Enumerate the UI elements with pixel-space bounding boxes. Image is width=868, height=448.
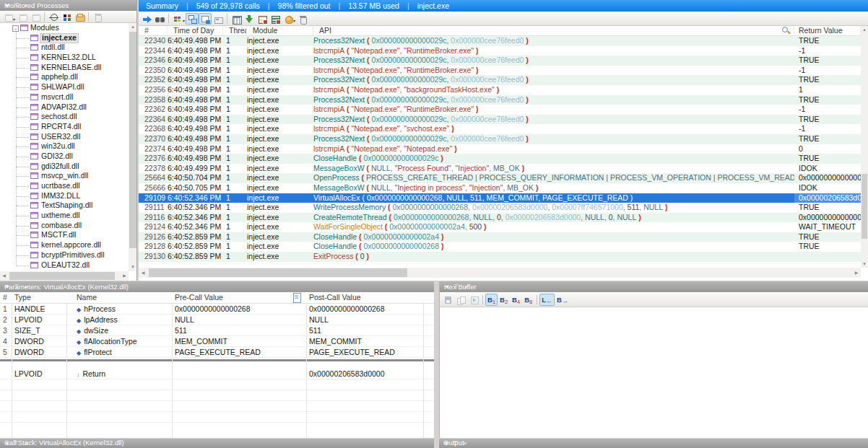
api-call-row[interactable]: 256646:40:50.704 PM1inject.exeOpenProces…	[139, 173, 861, 183]
save-floppy-icon[interactable]	[441, 294, 454, 305]
tree-item-win32u.dll[interactable]: win32u.dll	[0, 141, 129, 151]
scroll-left-icon[interactable]: ◀	[0, 271, 8, 281]
tree-item-rpcrt4.dll[interactable]: RPCRT4.dll	[0, 122, 129, 132]
column-header-module[interactable]: Module	[247, 26, 313, 35]
tree-item-gdi32.dll[interactable]: GDI32.dll	[0, 151, 129, 162]
param-column-pre-call-value[interactable]: Pre-Call Value	[172, 292, 306, 303]
param-column-name[interactable]: Name	[66, 292, 172, 303]
find-binoculars-icon[interactable]	[153, 13, 166, 25]
tree-horizontal-scrollbar[interactable]: ◀ ▶	[0, 271, 129, 281]
filter-before-icon[interactable]	[256, 13, 269, 25]
tree-item-msctf.dll[interactable]: MSCTF.dll	[0, 230, 129, 240]
attach-window-icon[interactable]	[1, 11, 14, 22]
attach-window-icon[interactable]	[16, 11, 29, 22]
api-call-row[interactable]: 291096:40:52.346 PM1inject.exeVirtualAll…	[139, 193, 861, 203]
filter-after-icon[interactable]	[269, 13, 282, 25]
tree-item-user32.dll[interactable]: USER32.dll	[0, 132, 129, 142]
column-header-time-of-day[interactable]: Time of Day	[168, 26, 223, 35]
parameter-row[interactable]: 1HANDLE◆hProcess0x00000000000002680x0000…	[0, 304, 434, 315]
tree-item-kernel.appcore.dll[interactable]: kernel.appcore.dll	[0, 240, 129, 250]
bytes-8-icon[interactable]: B8	[522, 294, 534, 306]
tree-item-msvcrt.dll[interactable]: msvcrt.dll	[0, 92, 129, 102]
api-call-row[interactable]: 223746:40:49.498 PM1inject.exelstrcmpiA …	[139, 144, 861, 154]
tree-item-ntdll.dll[interactable]: ntdll.dll	[0, 43, 129, 53]
clear-trash-icon[interactable]	[91, 11, 104, 22]
api-call-row[interactable]: 223566:40:49.498 PM1inject.exelstrcmpiA …	[139, 85, 861, 95]
summary-table-icon[interactable]	[230, 13, 243, 25]
break-hand-icon[interactable]	[282, 13, 295, 25]
param-column-post-call-value[interactable]: Post-Call Value	[306, 292, 423, 303]
api-call-row[interactable]: 223786:40:49.499 PM1inject.exeMessageBox…	[139, 164, 861, 174]
column-header-api[interactable]: API	[313, 26, 794, 35]
call-tree-icon[interactable]	[186, 13, 199, 25]
column-header-return-value[interactable]: Return Value	[794, 26, 861, 35]
open-folder-icon[interactable]	[73, 11, 86, 22]
api-call-row[interactable]: 291116:40:52.346 PM1inject.exeWriteProce…	[139, 203, 861, 213]
calls-scroll-thumb[interactable]	[862, 174, 867, 239]
calls-horizontal-scrollbar[interactable]: ◀ ▶	[139, 268, 861, 278]
bytes-1-icon[interactable]: B1	[485, 294, 498, 306]
tree-item-kernel32.dll[interactable]: KERNEL32.DLL	[0, 53, 129, 63]
tree-item-sechost.dll[interactable]: sechost.dll	[0, 112, 129, 122]
output-titlebar[interactable]: Output ▾ ⊤ ×	[439, 439, 868, 448]
scroll-up-icon[interactable]: ▲	[861, 26, 868, 33]
column-header-thread[interactable]: Thread	[223, 26, 247, 35]
tree-scroll-thumb[interactable]	[129, 32, 136, 248]
hex-buffer-content[interactable]	[440, 307, 868, 438]
api-call-row[interactable]: 223766:40:49.498 PM1inject.exeCloseHandl…	[139, 154, 861, 164]
tree-item-oleaut32.dll[interactable]: OLEAUT32.dll	[0, 260, 129, 271]
parameter-row[interactable]: 3SIZE_T◆dwSize511511	[0, 325, 434, 336]
api-call-row[interactable]: 291166:40:52.346 PM1inject.exeCreateRemo…	[139, 213, 861, 223]
tree-item-uxtheme.dll[interactable]: uxtheme.dll	[0, 211, 129, 221]
scroll-up-icon[interactable]: ▲	[129, 23, 137, 31]
return-row[interactable]: LPVOID↓Return0x00000206583d0000	[0, 369, 434, 379]
monitored-processes-titlebar[interactable]: Monitored Processes ▾ ⊤ ×	[0, 0, 136, 11]
tree-hscroll-thumb[interactable]	[9, 272, 115, 280]
tree-item-bcryptprimitives.dll[interactable]: bcryptPrimitives.dll	[0, 250, 129, 260]
api-call-row[interactable]: 256666:40:50.705 PM1inject.exeMessageBox…	[139, 183, 861, 193]
scroll-right-icon[interactable]: ▶	[121, 271, 129, 281]
tree-item-imm32.dll[interactable]: IMM32.DLL	[0, 191, 129, 201]
hex-buffer-titlebar[interactable]: Hex Buffer ▾ ⊤ ×	[440, 281, 868, 292]
api-call-row[interactable]: 223586:40:49.498 PM1inject.exeProcess32N…	[139, 95, 861, 105]
bytes-4-icon[interactable]: B4	[510, 294, 522, 306]
api-call-row[interactable]: 223406:40:49.498 PM1inject.exeProcess32N…	[139, 36, 861, 46]
tree-vertical-scrollbar[interactable]: ▲ ▼	[129, 23, 137, 271]
tree-item-gdi32full.dll[interactable]: gdi32full.dll	[0, 162, 129, 172]
tree-item-shlwapi.dll[interactable]: SHLWAPI.dll	[0, 82, 129, 92]
scroll-left-icon[interactable]: ◀	[139, 268, 147, 278]
call-stack-titlebar[interactable]: Call Stack: VirtualAllocEx (Kernel32.dll…	[0, 439, 434, 448]
parameter-row[interactable]: 5DWORD◆flProtectPAGE_EXECUTE_READPAGE_EX…	[0, 347, 434, 358]
scroll-down-icon[interactable]: ▼	[861, 260, 868, 268]
process-tree-icon[interactable]	[60, 11, 73, 22]
jump-arrow-icon[interactable]	[140, 13, 153, 25]
api-call-row[interactable]: 291286:40:52.859 PM1inject.exeCloseHandl…	[139, 242, 861, 252]
param-column-type[interactable]: Type	[12, 292, 66, 303]
parameter-row[interactable]: 4DWORD◆flAllocationTypeMEM_COMMITMEM_COM…	[0, 336, 434, 347]
bytes-2-icon[interactable]: B2	[498, 294, 510, 306]
calls-hscroll-thumb[interactable]	[149, 268, 407, 277]
legend-colors-icon[interactable]	[171, 13, 184, 25]
api-call-row[interactable]: 223506:40:49.498 PM1inject.exelstrcmpiA …	[139, 66, 861, 76]
api-call-row[interactable]: 223446:40:49.498 PM1inject.exelstrcmpiA …	[139, 46, 861, 56]
tree-item-advapi32.dll[interactable]: ADVAPI32.dll	[0, 102, 129, 113]
copy-buffer-icon[interactable]	[454, 294, 467, 305]
tree-item-textshaping.dll[interactable]: TextShaping.dll	[0, 201, 129, 211]
api-call-row[interactable]: 291266:40:52.859 PM1inject.exeCloseHandl…	[139, 232, 861, 242]
search-column-icon[interactable]	[781, 26, 791, 35]
document-icon[interactable]	[292, 293, 302, 303]
api-call-row[interactable]: 223466:40:49.498 PM1inject.exeProcess32N…	[139, 56, 861, 66]
api-call-row[interactable]: 223686:40:49.498 PM1inject.exelstrcmpiA …	[139, 124, 861, 134]
api-call-row[interactable]: 223646:40:49.498 PM1inject.exeProcess32N…	[139, 115, 861, 125]
compact-mode-icon[interactable]	[199, 13, 212, 25]
param-column--[interactable]: #	[0, 292, 12, 303]
tree-item-msvcp_win.dll[interactable]: msvcp_win.dll	[0, 171, 129, 181]
tree-expander-icon[interactable]: -	[12, 25, 19, 32]
export-down-icon[interactable]	[243, 13, 256, 25]
api-call-row[interactable]: 291246:40:52.346 PM1inject.exeWaitForSin…	[139, 222, 861, 232]
api-call-row[interactable]: 223626:40:49.498 PM1inject.exelstrcmpiA …	[139, 105, 861, 115]
tree-item-inject.exe[interactable]: inject.exe	[0, 33, 129, 43]
tree-item-kernelbase.dll[interactable]: KERNELBASE.dll	[0, 63, 129, 73]
tree-root-modules[interactable]: -Modules	[0, 23, 129, 33]
scroll-right-icon[interactable]: ▶	[852, 268, 861, 278]
